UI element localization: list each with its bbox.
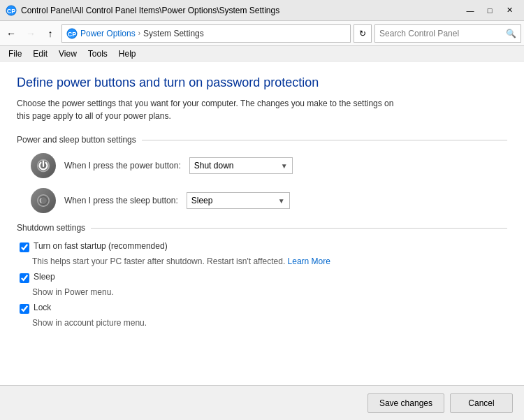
sleep-svg: [36, 193, 51, 208]
search-icon: 🔍: [506, 29, 516, 38]
power-sleep-section-label: Power and sleep button settings: [17, 135, 136, 145]
sleep-button-dropdown[interactable]: Sleep ▼: [187, 192, 290, 209]
learn-more-link[interactable]: Learn More: [288, 256, 330, 266]
power-button-dropdown[interactable]: Shut down ▼: [189, 157, 293, 174]
power-svg: [36, 158, 51, 173]
breadcrumb-power-options[interactable]: Power Options: [80, 29, 136, 38]
lock-checkbox-label: Lock: [34, 303, 51, 312]
sleep-checkbox-label: Sleep: [34, 272, 55, 282]
menu-edit[interactable]: Edit: [27, 48, 53, 60]
title-bar-controls: — □ ✕: [461, 3, 518, 17]
menu-file[interactable]: File: [3, 48, 27, 60]
sleep-button-value: Sleep: [191, 196, 213, 205]
menu-bar: File Edit View Tools Help: [0, 46, 524, 61]
power-sleep-section-header: Power and sleep button settings: [17, 135, 507, 145]
search-input[interactable]: [379, 29, 503, 38]
title-bar: CP Control Panel\All Control Panel Items…: [0, 0, 524, 21]
footer: Save changes Cancel: [0, 385, 524, 420]
svg-text:CP: CP: [7, 8, 16, 15]
lock-checkbox[interactable]: [20, 304, 29, 314]
shutdown-section-label: Shutdown settings: [17, 223, 85, 233]
close-button[interactable]: ✕: [500, 3, 518, 17]
back-button[interactable]: ←: [3, 25, 20, 42]
forward-button[interactable]: →: [22, 25, 39, 42]
section-line-1: [142, 140, 507, 140]
description: Choose the power settings that you want …: [17, 97, 507, 122]
sleep-checkbox-sublabel: Show in Power menu.: [32, 287, 507, 297]
menu-tools[interactable]: Tools: [82, 48, 113, 60]
title-bar-left: CP Control Panel\All Control Panel Items…: [6, 5, 279, 16]
minimize-button[interactable]: —: [461, 3, 479, 17]
sleep-button-label: When I press the sleep button:: [64, 196, 178, 205]
description-line2: this page apply to all of your power pla…: [17, 111, 171, 121]
menu-help[interactable]: Help: [113, 48, 142, 60]
power-button-row: When I press the power button: Shut down…: [31, 153, 507, 178]
description-line1: Choose the power settings that you want …: [17, 99, 393, 108]
window-title: Control Panel\All Control Panel Items\Po…: [21, 6, 279, 15]
lock-checkbox-row: Lock: [20, 303, 507, 314]
svg-text:CP: CP: [68, 31, 77, 38]
power-button-value: Shut down: [194, 161, 234, 171]
sleep-checkbox-row: Sleep: [20, 272, 507, 283]
up-button[interactable]: ↑: [42, 25, 59, 42]
page-title: Define power buttons and turn on passwor…: [17, 75, 507, 90]
sleep-button-row: When I press the sleep button: Sleep ▼: [31, 188, 507, 213]
fast-startup-label: Turn on fast startup (recommended): [34, 241, 168, 251]
breadcrumb-current: System Settings: [143, 29, 204, 38]
content-area: Define power buttons and turn on passwor…: [0, 61, 524, 385]
cancel-button[interactable]: Cancel: [450, 393, 513, 413]
control-panel-icon: CP: [6, 5, 17, 16]
shutdown-settings-section: Shutdown settings Turn on fast startup (…: [17, 223, 507, 328]
menu-view[interactable]: View: [53, 48, 82, 60]
sleep-icon: [31, 188, 56, 213]
fast-startup-row: Turn on fast startup (recommended): [20, 241, 507, 252]
shutdown-section-header: Shutdown settings: [17, 223, 507, 233]
address-bar: ← → ↑ CP Power Options › System Settings…: [0, 21, 524, 46]
fast-startup-checkbox[interactable]: [20, 242, 29, 252]
lock-checkbox-sublabel: Show in account picture menu.: [32, 318, 507, 328]
maximize-button[interactable]: □: [481, 3, 499, 17]
fast-startup-sublabel: This helps start your PC faster after sh…: [32, 256, 507, 266]
power-icon: [31, 153, 56, 178]
breadcrumb-icon: CP: [66, 28, 78, 39]
refresh-button[interactable]: ↻: [354, 24, 372, 43]
power-dropdown-arrow: ▼: [281, 162, 288, 170]
save-changes-button[interactable]: Save changes: [367, 393, 444, 413]
breadcrumb-bar: CP Power Options › System Settings: [61, 24, 351, 43]
sleep-dropdown-arrow: ▼: [278, 197, 285, 205]
section-line-2: [91, 228, 507, 229]
search-box: 🔍: [374, 24, 521, 43]
power-button-label: When I press the power button:: [64, 161, 181, 171]
sleep-checkbox[interactable]: [20, 273, 29, 283]
breadcrumb-separator: ›: [138, 29, 140, 37]
